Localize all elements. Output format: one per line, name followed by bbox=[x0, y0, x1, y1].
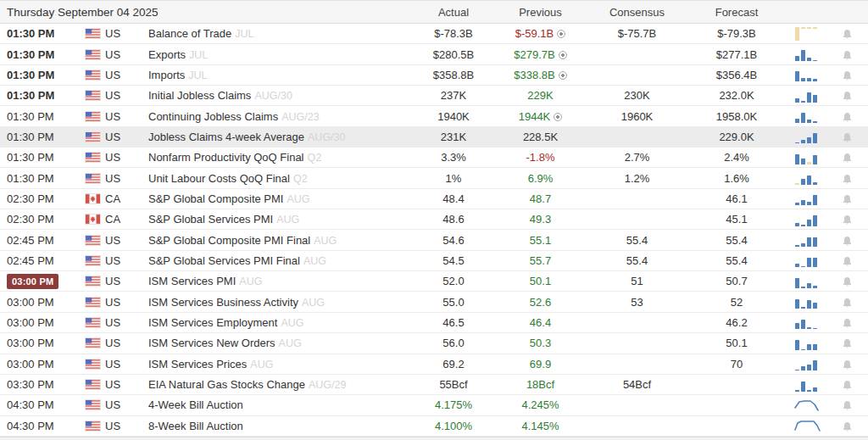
country-cell: US bbox=[81, 234, 148, 247]
previous-value: 18Bcf bbox=[492, 378, 589, 391]
alert-bell-button[interactable] bbox=[826, 172, 868, 185]
us-flag-icon bbox=[86, 400, 100, 409]
event-name: 8-Week Bill Auction bbox=[148, 420, 415, 432]
alert-bell-button[interactable] bbox=[826, 316, 868, 329]
calendar-row[interactable]: 01:30 PMUSNonfarm Productivity QoQ Final… bbox=[0, 148, 868, 168]
sparkline-bar bbox=[813, 195, 817, 205]
country-cell: US bbox=[81, 275, 148, 287]
country-code: US bbox=[105, 378, 120, 391]
event-time: 03:00 PM bbox=[0, 337, 81, 349]
previous-value-text: 18Bcf bbox=[526, 378, 554, 391]
calendar-row[interactable]: 01:30 PMUSUnit Labour Costs QoQ FinalQ21… bbox=[0, 168, 868, 188]
sparkline-bar bbox=[795, 27, 799, 40]
sparkline-bar bbox=[795, 299, 799, 309]
sparkline-cell[interactable] bbox=[788, 357, 826, 370]
alert-bell-button[interactable] bbox=[826, 27, 868, 40]
sparkline-cell[interactable] bbox=[788, 130, 826, 143]
forecast-value: 50.1 bbox=[685, 337, 788, 349]
sparkline-bar bbox=[807, 137, 811, 143]
alert-bell-button[interactable] bbox=[826, 131, 868, 143]
calendar-row[interactable]: 04:30 PMUS4-Week Bill Auction4.175%4.245… bbox=[0, 395, 868, 415]
alert-bell-button[interactable] bbox=[826, 337, 868, 349]
sparkline-cell[interactable] bbox=[788, 233, 826, 247]
event-name: ImportsJUL bbox=[148, 69, 415, 81]
forecast-value: 46.1 bbox=[685, 192, 788, 205]
sparkline-cell[interactable] bbox=[788, 315, 826, 329]
alert-bell-button[interactable] bbox=[826, 358, 868, 370]
event-time: 04:30 PM bbox=[0, 398, 81, 411]
alert-bell-button[interactable] bbox=[826, 254, 868, 267]
calendar-row[interactable]: 03:00 PMUSISM Services Business Activity… bbox=[0, 292, 868, 312]
calendar-row[interactable]: 01:30 PMUSJobless Claims 4-week AverageA… bbox=[0, 127, 868, 148]
sparkline-cell[interactable] bbox=[788, 192, 826, 205]
alert-bell-button[interactable] bbox=[826, 398, 868, 411]
alert-bell-button[interactable] bbox=[826, 275, 868, 287]
sparkline-cell[interactable] bbox=[788, 27, 826, 41]
bell-icon bbox=[842, 298, 853, 309]
alert-bell-button[interactable] bbox=[826, 47, 868, 60]
sparkline-bar-chart-icon bbox=[795, 357, 821, 370]
sparkline-cell[interactable] bbox=[788, 398, 826, 412]
sparkline-cell[interactable] bbox=[788, 419, 826, 432]
sparkline-cell[interactable] bbox=[788, 109, 826, 123]
country-cell: US bbox=[81, 316, 148, 329]
sparkline-cell[interactable] bbox=[788, 275, 826, 288]
bell-icon bbox=[842, 236, 853, 247]
sparkline-cell[interactable] bbox=[788, 253, 826, 267]
alert-bell-button[interactable] bbox=[826, 89, 868, 102]
event-title: EIA Natural Gas Stocks Change bbox=[148, 378, 305, 391]
sparkline-cell[interactable] bbox=[788, 151, 826, 164]
calendar-row[interactable]: 02:45 PMUSS&P Global Composite PMI Final… bbox=[0, 230, 868, 250]
alert-bell-button[interactable] bbox=[826, 213, 868, 226]
sparkline-cell[interactable] bbox=[788, 378, 826, 392]
calendar-row[interactable]: 01:30 PMUSImportsJUL$358.8B$338.8B$356.4… bbox=[0, 65, 868, 86]
alert-bell-button[interactable] bbox=[826, 296, 868, 309]
calendar-row[interactable]: 01:30 PMUSBalance of TradeJUL$-78.3B$-59… bbox=[0, 24, 868, 44]
actual-value: 55.0 bbox=[415, 296, 492, 309]
economic-calendar: Thursday September 04 2025 Actual Previo… bbox=[0, 0, 868, 440]
alert-bell-button[interactable] bbox=[826, 420, 868, 432]
alert-bell-button[interactable] bbox=[826, 151, 868, 164]
previous-value-text: 1944K bbox=[519, 110, 551, 123]
calendar-row[interactable]: 03:00 PMUSISM Services EmploymentAUG46.5… bbox=[0, 313, 868, 333]
event-time: 01:30 PM bbox=[0, 69, 81, 81]
sparkline-bar bbox=[807, 327, 811, 329]
event-reference-period: JUL bbox=[188, 70, 207, 81]
alert-bell-button[interactable] bbox=[826, 234, 868, 247]
calendar-row[interactable]: 02:45 PMUSS&P Global Services PMI FinalA… bbox=[0, 251, 868, 271]
alert-bell-button[interactable] bbox=[826, 69, 868, 81]
alert-bell-button[interactable] bbox=[826, 110, 868, 123]
actual-value: 48.4 bbox=[415, 192, 492, 205]
previous-value-text: 69.9 bbox=[530, 358, 551, 370]
alert-bell-button[interactable] bbox=[826, 378, 868, 391]
actual-value: 1% bbox=[415, 172, 492, 185]
calendar-row[interactable]: 04:30 PMUS8-Week Bill Auction4.100%4.145… bbox=[0, 416, 868, 437]
actual-value-text: 55Bcf bbox=[439, 378, 467, 391]
sparkline-bar bbox=[801, 27, 805, 29]
calendar-row[interactable]: 03:30 PMUSEIA Natural Gas Stocks ChangeA… bbox=[0, 375, 868, 395]
sparkline-cell[interactable] bbox=[788, 213, 826, 226]
sparkline-cell[interactable] bbox=[788, 89, 826, 103]
event-time: 01:30 PM bbox=[0, 131, 81, 143]
sparkline-bar bbox=[807, 78, 811, 81]
sparkline-cell[interactable] bbox=[788, 171, 826, 185]
sparkline-cell[interactable] bbox=[788, 47, 826, 61]
calendar-row[interactable]: 02:30 PMCAS&P Global Composite PMIAUG48.… bbox=[0, 189, 868, 209]
calendar-row[interactable]: 03:00 PMUSISM Services PricesAUG69.269.9… bbox=[0, 354, 868, 375]
event-time: 03:00 PM bbox=[0, 296, 81, 309]
calendar-row[interactable]: 02:30 PMCAS&P Global Services PMIAUG48.6… bbox=[0, 209, 868, 230]
sparkline-cell[interactable] bbox=[788, 68, 826, 81]
alert-bell-button[interactable] bbox=[826, 192, 868, 205]
calendar-row[interactable]: 01:30 PMUSInitial Jobless ClaimsAUG/3023… bbox=[0, 86, 868, 106]
previous-value: 50.1 bbox=[492, 275, 589, 287]
calendar-row[interactable]: 01:30 PMUSContinuing Jobless ClaimsAUG/2… bbox=[0, 106, 868, 126]
sparkline-cell[interactable] bbox=[788, 337, 826, 350]
country-cell: US bbox=[81, 110, 148, 123]
previous-value: 49.3 bbox=[492, 213, 589, 226]
event-title: Exports bbox=[148, 48, 186, 61]
calendar-row[interactable]: 03:00 PMUSISM Services PMIAUG52.050.1515… bbox=[0, 271, 868, 292]
calendar-row[interactable]: 03:00 PMUSISM Services New OrdersAUG56.0… bbox=[0, 333, 868, 354]
calendar-row[interactable]: 01:30 PMUSExportsJUL$280.5B$279.7B$277.1… bbox=[0, 44, 868, 64]
sparkline-cell[interactable] bbox=[788, 295, 826, 309]
event-name: S&P Global Services PMI FinalAUG bbox=[148, 254, 415, 267]
